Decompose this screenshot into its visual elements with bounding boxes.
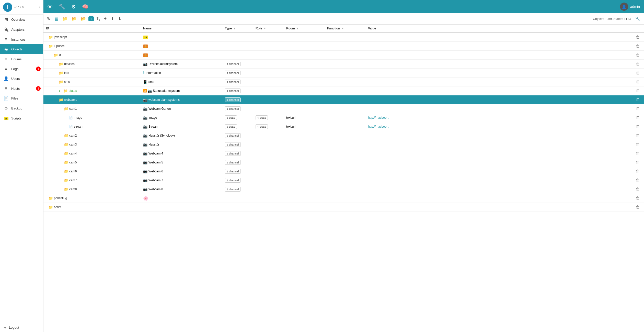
row-id-cell: 📁cam7 [43,176,141,185]
table-row[interactable]: ● 📁status📶📷Status alarmsystem↕ channel🗑 [43,86,644,95]
sidebar-item-enums[interactable]: ≡Enums [0,54,43,64]
delete-button[interactable]: 🗑 [634,97,641,103]
delete-button[interactable]: 🗑 [634,52,641,58]
row-role-cell [253,149,284,158]
col-header-room[interactable]: Room ▾ [284,25,325,32]
row-role-cell [253,140,284,149]
download-button[interactable]: ⬇ [117,15,123,22]
refresh-button[interactable]: ↻ [45,15,52,22]
table-row[interactable]: 📁sms📱sms↕ channel🗑 [43,78,644,86]
grid-view-button[interactable]: ▦ [53,15,60,22]
row-delete-cell: 🗑 [632,158,644,167]
sidebar-item-objects[interactable]: ◉Objects [0,44,43,54]
delete-button[interactable]: 🗑 [634,70,641,76]
col-header-role[interactable]: Role ▾ [253,25,284,32]
table-row[interactable]: 📁webcams📷webcam alarmsystems↕ channel🗑 [43,95,644,104]
add-button[interactable]: + [102,15,108,23]
col-header-type[interactable]: Type ▾ [222,25,253,32]
row-name-cell: 📷Image [141,113,222,122]
sidebar-item-overview[interactable]: ⊞Overview [0,15,43,25]
delete-button[interactable]: 🗑 [634,204,641,210]
table-row[interactable]: 📁0🔒🗑 [43,51,644,60]
row-value-cell [365,32,632,42]
delete-button[interactable]: 🗑 [634,142,641,147]
delete-button[interactable]: 🗑 [634,195,641,201]
row-id-text: status [69,89,77,93]
row-name-text: Haustür [148,143,159,146]
table-row[interactable]: 📁pollenflug🌸🗑 [43,194,644,203]
folder-button[interactable]: 📁 [61,15,69,22]
objects-icon: ◉ [4,47,9,52]
row-room-cell [284,42,325,51]
sidebar-item-instances[interactable]: ≡Instances [0,35,43,44]
topbar-icons: 👁 🔧 ⚙ 🧠 [48,4,88,10]
table-row[interactable]: 📁cam3📷Haustür↕ channel🗑 [43,140,644,149]
delete-button[interactable]: 🗑 [634,34,641,40]
type-badge: ↕ channel [225,178,241,183]
sidebar-item-files[interactable]: 📄Files [0,93,43,103]
row-delete-cell: 🗑 [632,122,644,131]
table-row[interactable]: 📁cam5📷Webcam 5↕ channel🗑 [43,158,644,167]
folder-blue-button[interactable]: 📂 [79,15,87,22]
delete-button[interactable]: 🗑 [634,61,641,67]
row-value-cell: http://macboo... [365,113,632,122]
folder-open-button[interactable]: 📂 [70,15,78,22]
sidebar-item-adapters[interactable]: 🔌Adapters [0,25,43,35]
wrench-icon[interactable]: 🔧 [59,4,65,10]
table-row[interactable]: 📁cam8📷Webcam 8↕ channel🗑 [43,185,644,194]
upload-button[interactable]: ⬆ [109,15,116,22]
gear-icon[interactable]: ⚙ [71,4,76,10]
sidebar-item-scripts[interactable]: JSScripts [0,113,43,123]
delete-button[interactable]: 🗑 [634,79,641,85]
scripts-icon: JS [4,116,9,120]
table-row[interactable]: 📁cam4📷Webcam 4↕ channel🗑 [43,149,644,158]
row-type-cell: ↕ channel [222,60,253,69]
row-value-cell [365,185,632,194]
num-button[interactable]: 1 [88,16,94,21]
delete-button[interactable]: 🗑 [634,151,641,156]
sidebar-item-logs[interactable]: ≡Logs1 [0,64,43,74]
sidebar-collapse-button[interactable]: ‹ [39,5,40,9]
sidebar-item-users[interactable]: 👤Users [0,74,43,84]
row-name-text: Webcam 6 [148,170,163,173]
delete-button[interactable]: 🗑 [634,133,641,138]
col-header-function[interactable]: Function ▾ [325,25,365,32]
table-row[interactable]: 📁cam7📷Webcam 7↕ channel🗑 [43,176,644,185]
eye-icon[interactable]: 👁 [48,4,53,10]
row-function-cell [325,78,365,86]
row-room-cell [284,194,325,203]
sidebar-item-hosts[interactable]: ≡Hosts1 [0,84,43,93]
delete-button[interactable]: 🗑 [634,115,641,120]
table-row[interactable]: 📁lupusec🔒🗑 [43,42,644,51]
delete-button[interactable]: 🗑 [634,106,641,112]
table-row[interactable]: 📁cam2📷Haustür (Synology)↕ channel🗑 [43,131,644,140]
settings-wrench-button[interactable]: 🔧 [634,15,642,22]
sidebar-item-backup[interactable]: ⟳Backup [0,103,43,113]
delete-button[interactable]: 🗑 [634,186,641,192]
table-row[interactable]: 📁cam1📷Webcam Garten↕ channel🗑 [43,104,644,113]
row-role-cell [253,176,284,185]
logout-item[interactable]: ↪ Logout [0,323,43,332]
row-id-text: pollenflug [54,196,67,200]
row-name-cell: 📷Webcam 4 [141,149,222,158]
delete-button[interactable]: 🗑 [634,178,641,183]
delete-button[interactable]: 🗑 [634,160,641,165]
delete-button[interactable]: 🗑 [634,43,641,49]
type-badge: ↕ channel [225,80,241,84]
table-row[interactable]: 📁cam6📷Webcam 6↕ channel🗑 [43,167,644,176]
row-name-text: webcam alarmsystems [148,98,180,102]
row-value-cell [365,167,632,176]
row-name-cell: ℹInformation [141,69,222,78]
brain-icon[interactable]: 🧠 [82,4,88,10]
text-format-button[interactable]: Tt [95,15,101,23]
table-row[interactable]: 📁infoℹInformation↕ channel🗑 [43,69,644,78]
table-row[interactable]: 📁javascriptJS🗑 [43,32,644,42]
delete-button[interactable]: 🗑 [634,169,641,174]
table-row[interactable]: 📁devices📷Devices alarmsystem↕ channel🗑 [43,60,644,69]
hosts-badge: 1 [36,86,41,91]
table-row[interactable]: 📁script🗑 [43,203,644,212]
table-row[interactable]: 📄image📷Image↕ state○ statetext.urlhttp:/… [43,113,644,122]
table-row[interactable]: 📄stream📷Stream↕ state○ statetext.urlhttp… [43,122,644,131]
delete-button[interactable]: 🗑 [634,124,641,129]
delete-button[interactable]: 🗑 [634,88,641,94]
